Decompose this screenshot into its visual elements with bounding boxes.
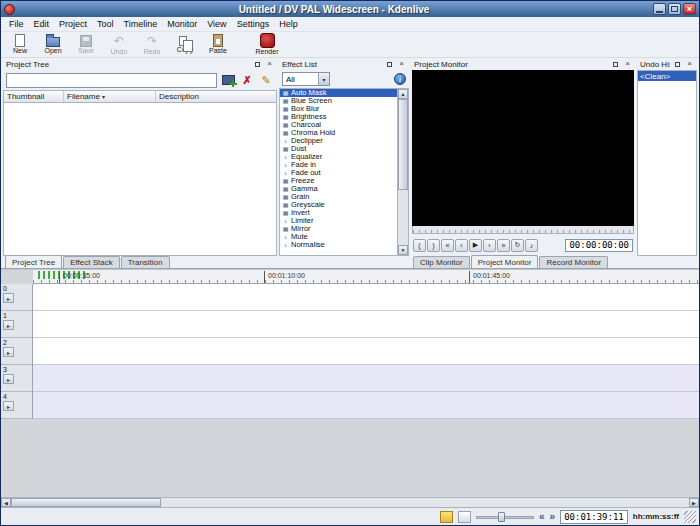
search-input[interactable] xyxy=(6,73,217,88)
go-to-start-button[interactable]: « xyxy=(441,239,454,252)
add-clip-button[interactable] xyxy=(220,72,236,88)
track-audio-icon[interactable]: ▸ xyxy=(3,401,14,411)
effect-item[interactable]: ▦Auto Mask xyxy=(280,89,397,97)
effect-list-scrollbar[interactable]: ▲ ▼ xyxy=(397,89,408,255)
zoom-in-icon[interactable]: » xyxy=(550,511,556,523)
effect-item[interactable]: ♪Mute xyxy=(280,233,397,241)
track-audio-icon[interactable]: ▸ xyxy=(3,374,14,384)
scrollbar-thumb[interactable] xyxy=(398,99,408,190)
status-icon[interactable] xyxy=(458,511,471,523)
tab-clip-monitor[interactable]: Clip Monitor xyxy=(413,256,470,268)
go-to-end-button[interactable]: » xyxy=(497,239,510,252)
effect-item[interactable]: ♪Equalizer xyxy=(280,153,397,161)
menu-help[interactable]: Help xyxy=(274,18,303,30)
tab-record-monitor[interactable]: Record Monitor xyxy=(539,256,608,268)
effect-item[interactable]: ▦Greyscale xyxy=(280,201,397,209)
new-button[interactable]: New xyxy=(4,33,36,57)
track-row-3[interactable] xyxy=(33,365,699,392)
project-tree-list[interactable] xyxy=(3,103,277,256)
effect-item[interactable]: ♪Declipper xyxy=(280,137,397,145)
timeline-position-timecode[interactable]: 00:01:39:11 xyxy=(560,510,628,524)
track-video-icon[interactable]: ▸ xyxy=(3,293,14,303)
effect-item[interactable]: ▦Freeze xyxy=(280,177,397,185)
effect-item[interactable]: ♪Fade out xyxy=(280,169,397,177)
track-row-2[interactable] xyxy=(33,338,699,365)
timeline-ruler[interactable]: 00:00:35:0000:01:10:0000:01:45:00 xyxy=(33,270,699,284)
effect-item[interactable]: ♪Fade in xyxy=(280,161,397,169)
undock-icon[interactable] xyxy=(385,60,394,69)
monitor-timecode[interactable]: 00:00:00:00 xyxy=(565,239,633,252)
undock-icon[interactable] xyxy=(611,60,620,69)
monitor-seek-bar[interactable] xyxy=(412,226,634,234)
edit-clip-button[interactable]: ✎ xyxy=(258,72,274,88)
set-zone-start-button[interactable]: ( xyxy=(413,239,426,252)
timeline-hscrollbar[interactable]: ◀ ▶ xyxy=(1,497,699,507)
column-description[interactable]: Description xyxy=(156,91,276,102)
set-zone-end-button[interactable]: ) xyxy=(427,239,440,252)
undock-icon[interactable] xyxy=(253,60,262,69)
effect-item[interactable]: ▦Chroma Hold xyxy=(280,129,397,137)
open-button[interactable]: Open xyxy=(37,33,69,57)
tab-transition[interactable]: Transition xyxy=(121,256,170,268)
delete-clip-button[interactable]: ✗ xyxy=(239,72,255,88)
menu-file[interactable]: File xyxy=(4,18,29,30)
effect-item[interactable]: ▦Invert xyxy=(280,209,397,217)
messages-icon[interactable] xyxy=(440,511,453,523)
scroll-up-icon[interactable]: ▲ xyxy=(398,89,408,99)
track-video-icon[interactable]: ▸ xyxy=(3,320,14,330)
menu-project[interactable]: Project xyxy=(54,18,92,30)
effect-item[interactable]: ▦Grain xyxy=(280,193,397,201)
effect-item[interactable]: ▦Mirror xyxy=(280,225,397,233)
effect-item[interactable]: ▦Gamma xyxy=(280,185,397,193)
track-video-icon[interactable]: ▸ xyxy=(3,347,14,357)
track-row-1[interactable] xyxy=(33,311,699,338)
track-row-4[interactable] xyxy=(33,392,699,419)
frame-forward-button[interactable]: › xyxy=(483,239,496,252)
menu-settings[interactable]: Settings xyxy=(232,18,275,30)
effect-info-button[interactable]: i xyxy=(394,73,406,85)
column-thumbnail[interactable]: Thumbnail xyxy=(4,91,64,102)
copy-button[interactable]: Copy xyxy=(169,33,201,57)
minimize-button[interactable] xyxy=(653,3,666,15)
scroll-down-icon[interactable]: ▼ xyxy=(398,245,408,255)
paste-button[interactable]: Paste xyxy=(202,33,234,57)
zoom-out-icon[interactable]: « xyxy=(539,511,545,523)
tab-project-tree[interactable]: Project Tree xyxy=(5,255,62,268)
effect-item[interactable]: ▦Charcoal xyxy=(280,121,397,129)
zoom-slider-handle[interactable] xyxy=(498,512,505,522)
effect-item[interactable]: ♪Limiter xyxy=(280,217,397,225)
menu-edit[interactable]: Edit xyxy=(29,18,55,30)
tab-effect-stack[interactable]: Effect Stack xyxy=(63,256,120,268)
undo-history-item[interactable]: <Clean> xyxy=(638,71,696,81)
hscrollbar-thumb[interactable] xyxy=(11,498,161,507)
effect-filter-select[interactable]: All ▾ xyxy=(282,72,330,86)
render-button[interactable]: Render xyxy=(251,33,283,57)
volume-button[interactable]: ♪ xyxy=(525,239,538,252)
play-button[interactable]: ▶ xyxy=(469,239,482,252)
resize-grip[interactable] xyxy=(684,511,696,523)
menu-monitor[interactable]: Monitor xyxy=(162,18,202,30)
column-filename[interactable]: Filename ▾ xyxy=(64,91,156,102)
close-panel-icon[interactable]: × xyxy=(265,60,274,69)
menu-timeline[interactable]: Timeline xyxy=(119,18,163,30)
track-row-0[interactable] xyxy=(33,284,699,311)
scroll-right-icon[interactable]: ▶ xyxy=(689,498,699,507)
maximize-button[interactable] xyxy=(668,3,681,15)
menu-tool[interactable]: Tool xyxy=(92,18,119,30)
timeline-zoom-slider[interactable] xyxy=(476,511,534,523)
effect-item[interactable]: ▦Box Blur xyxy=(280,105,397,113)
close-panel-icon[interactable]: × xyxy=(397,60,406,69)
loop-zone-button[interactable]: ↻ xyxy=(511,239,524,252)
effect-item[interactable]: ▦Dust xyxy=(280,145,397,153)
close-panel-icon[interactable]: × xyxy=(623,60,632,69)
scroll-left-icon[interactable]: ◀ xyxy=(1,498,11,507)
frame-back-button[interactable]: ‹ xyxy=(455,239,468,252)
close-panel-icon[interactable]: × xyxy=(685,60,694,69)
undock-icon[interactable] xyxy=(673,60,682,69)
close-button[interactable]: × xyxy=(683,3,696,15)
effect-item[interactable]: ▦Blue Screen xyxy=(280,97,397,105)
menu-view[interactable]: View xyxy=(202,18,231,30)
title-bar[interactable]: Untitled / DV PAL Widescreen - Kdenlive … xyxy=(1,1,699,17)
effect-item[interactable]: ♪Normalise xyxy=(280,241,397,249)
effect-item[interactable]: ▦Brightness xyxy=(280,113,397,121)
